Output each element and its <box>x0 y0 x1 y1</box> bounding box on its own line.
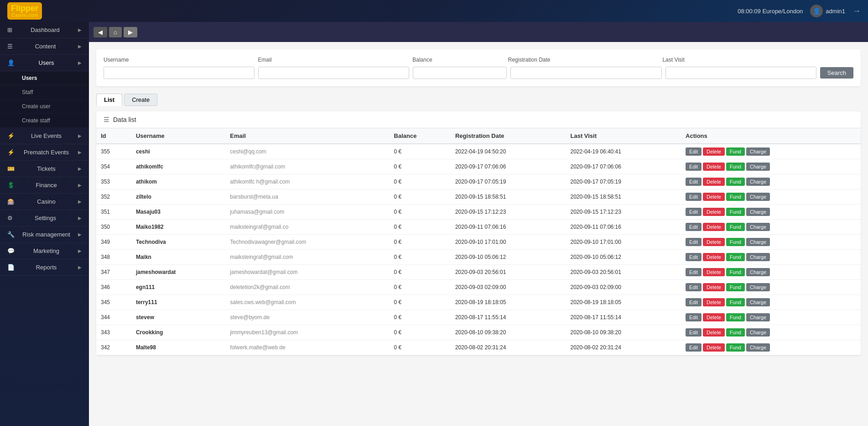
fund-button[interactable]: Fund <box>726 238 745 246</box>
balance-input[interactable] <box>413 67 507 79</box>
sidebar-item-settings[interactable]: ⚙ Settings ▶ <box>0 210 89 226</box>
fund-button[interactable]: Fund <box>726 298 745 306</box>
charge-button[interactable]: Charge <box>746 298 770 306</box>
marketing-icon: 💬 <box>7 247 15 254</box>
sidebar-item-users[interactable]: 👤 Users ▶ <box>0 55 89 71</box>
cell-id: 347 <box>96 265 131 280</box>
sidebar-item-risk-management[interactable]: 🔧 Risk management ▶ <box>0 226 89 243</box>
sidebar-item-casino[interactable]: 🎰 Casino ▶ <box>0 194 89 210</box>
cell-lastvisit: 2020-08-02 20:31:24 <box>566 340 681 355</box>
fund-button[interactable]: Fund <box>726 178 745 186</box>
delete-button[interactable]: Delete <box>703 178 725 186</box>
edit-button[interactable]: Edit <box>686 208 702 216</box>
cell-balance: 0 € <box>390 280 451 295</box>
charge-button[interactable]: Charge <box>746 283 770 291</box>
delete-button[interactable]: Delete <box>703 328 725 337</box>
edit-button[interactable]: Edit <box>686 193 702 201</box>
edit-button[interactable]: Edit <box>686 253 702 261</box>
sidebar-subnav-item-staff[interactable]: Staff <box>0 85 89 100</box>
cell-id: 353 <box>96 174 131 189</box>
cell-id: 355 <box>96 144 131 159</box>
fund-button[interactable]: Fund <box>726 193 745 201</box>
delete-button[interactable]: Delete <box>703 193 725 201</box>
fund-button[interactable]: Fund <box>726 163 745 171</box>
sidebar-item-reports[interactable]: 📄 Reports ▶ <box>0 259 89 276</box>
delete-button[interactable]: Delete <box>703 223 725 231</box>
edit-button[interactable]: Edit <box>686 328 702 337</box>
breadcrumb-home-button[interactable]: ⌂ <box>109 27 122 37</box>
cell-actions: Edit Delete Fund Charge <box>681 205 861 220</box>
sidebar-item-live-events[interactable]: ⚡ Live Events ▶ <box>0 128 89 144</box>
regdate-input[interactable] <box>510 67 661 79</box>
delete-button[interactable]: Delete <box>703 343 725 352</box>
risk-management-icon: 🔧 <box>7 231 15 238</box>
fund-button[interactable]: Fund <box>726 343 745 352</box>
fund-button[interactable]: Fund <box>726 328 745 337</box>
fund-button[interactable]: Fund <box>726 223 745 231</box>
edit-button[interactable]: Edit <box>686 223 702 231</box>
edit-button[interactable]: Edit <box>686 283 702 291</box>
charge-button[interactable]: Charge <box>746 328 770 337</box>
edit-button[interactable]: Edit <box>686 343 702 352</box>
charge-button[interactable]: Charge <box>746 223 770 231</box>
table-row: 343 Crookking jimmyreuben13@gmail.com 0 … <box>96 325 861 340</box>
fund-button[interactable]: Fund <box>726 283 745 291</box>
fund-button[interactable]: Fund <box>726 268 745 276</box>
sidebar-item-finance[interactable]: 💲 Finance ▶ <box>0 177 89 194</box>
delete-button[interactable]: Delete <box>703 238 725 246</box>
sidebar-item-prematch-events[interactable]: ⚡ Prematch Events ▶ <box>0 144 89 161</box>
chevron-right-icon: ▶ <box>78 183 82 188</box>
charge-button[interactable]: Charge <box>746 193 770 201</box>
delete-button[interactable]: Delete <box>703 208 725 216</box>
delete-button[interactable]: Delete <box>703 163 725 171</box>
fund-button[interactable]: Fund <box>726 313 745 321</box>
cell-lastvisit: 2020-09-15 17:12:23 <box>566 205 681 220</box>
sidebar-subnav-item-create-staff[interactable]: Create staff <box>0 114 89 128</box>
edit-button[interactable]: Edit <box>686 147 702 156</box>
fund-button[interactable]: Fund <box>726 208 745 216</box>
charge-button[interactable]: Charge <box>746 343 770 352</box>
delete-button[interactable]: Delete <box>703 268 725 276</box>
edit-button[interactable]: Edit <box>686 163 702 171</box>
charge-button[interactable]: Charge <box>746 253 770 261</box>
charge-button[interactable]: Charge <box>746 208 770 216</box>
sidebar-label-tickets: Tickets <box>37 165 56 172</box>
fund-button[interactable]: Fund <box>726 147 745 156</box>
charge-button[interactable]: Charge <box>746 147 770 156</box>
edit-button[interactable]: Edit <box>686 298 702 306</box>
delete-button[interactable]: Delete <box>703 147 725 156</box>
delete-button[interactable]: Delete <box>703 283 725 291</box>
sidebar-item-content[interactable]: ☰ Content ▶ <box>0 38 89 55</box>
charge-button[interactable]: Charge <box>746 238 770 246</box>
edit-button[interactable]: Edit <box>686 238 702 246</box>
cell-id: 345 <box>96 295 131 310</box>
delete-button[interactable]: Delete <box>703 253 725 261</box>
cell-id: 354 <box>96 159 131 174</box>
breadcrumb-back-button[interactable]: ◀ <box>94 27 107 37</box>
charge-button[interactable]: Charge <box>746 268 770 276</box>
sidebar-item-marketing[interactable]: 💬 Marketing ▶ <box>0 243 89 259</box>
logout-icon[interactable]: → <box>852 6 861 16</box>
email-input[interactable] <box>258 67 409 79</box>
username-input[interactable] <box>104 67 255 79</box>
charge-button[interactable]: Charge <box>746 178 770 186</box>
edit-button[interactable]: Edit <box>686 268 702 276</box>
delete-button[interactable]: Delete <box>703 313 725 321</box>
data-section: ☰ Data list Id Username Email Balance Re… <box>96 111 861 355</box>
sidebar-item-dashboard[interactable]: ⊞ Dashboard ▶ <box>0 22 89 38</box>
search-button[interactable]: Search <box>820 67 853 79</box>
sidebar-subnav-item-create-user[interactable]: Create user <box>0 100 89 114</box>
tab-create[interactable]: Create <box>124 94 157 106</box>
edit-button[interactable]: Edit <box>686 313 702 321</box>
sidebar-item-tickets[interactable]: 🎫 Tickets ▶ <box>0 161 89 177</box>
cell-actions: Edit Delete Fund Charge <box>681 159 861 174</box>
delete-button[interactable]: Delete <box>703 298 725 306</box>
charge-button[interactable]: Charge <box>746 313 770 321</box>
tab-list[interactable]: List <box>96 94 122 106</box>
lastvisit-input[interactable] <box>665 67 816 79</box>
fund-button[interactable]: Fund <box>726 253 745 261</box>
breadcrumb-forward-button[interactable]: ▶ <box>124 27 137 37</box>
edit-button[interactable]: Edit <box>686 178 702 186</box>
charge-button[interactable]: Charge <box>746 163 770 171</box>
sidebar-subnav-item-users[interactable]: Users <box>0 71 89 85</box>
